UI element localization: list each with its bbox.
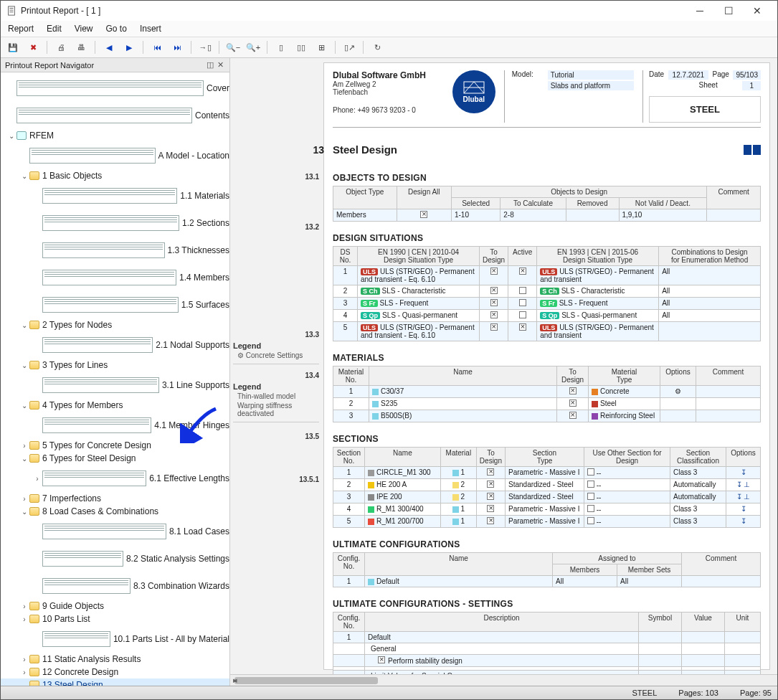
tree-node[interactable]: ›10 Parts List: [1, 612, 229, 625]
nav-last-icon[interactable]: ⏭: [169, 40, 185, 55]
tree-node[interactable]: ⌄RFEM: [1, 129, 229, 142]
menu-report[interactable]: Report: [8, 24, 34, 34]
tree-node[interactable]: ⌄3 Types for Lines: [1, 359, 229, 372]
chevron-right-icon[interactable]: ›: [19, 668, 29, 676]
tree-node[interactable]: 1.3 Thicknesses: [1, 237, 229, 264]
print-settings-icon[interactable]: 🖶: [73, 40, 89, 55]
tree-node[interactable]: A Model - Location: [1, 142, 229, 169]
tree-node[interactable]: ›7 Imperfections: [1, 492, 229, 505]
tree-label: Cover: [207, 83, 229, 93]
chevron-right-icon[interactable]: ›: [19, 495, 29, 503]
tree-node[interactable]: ⌄4 Types for Members: [1, 399, 229, 412]
legend-item: Warping stiffness deactivated: [237, 402, 319, 417]
section-num-13.4: 13.4: [233, 372, 319, 379]
tree-node[interactable]: ⌄6 Types for Steel Design: [1, 452, 229, 465]
maximize-button[interactable]: ☐: [714, 5, 743, 16]
tree-node[interactable]: 8.1 Load Cases: [1, 518, 229, 545]
horizontal-scrollbar[interactable]: ◂ ▸: [230, 674, 777, 686]
chevron-right-icon[interactable]: ›: [19, 442, 29, 450]
export-icon[interactable]: ▯↗: [341, 40, 357, 55]
zoom-out-icon[interactable]: 🔍−: [225, 40, 241, 55]
goto-page-icon[interactable]: →▯: [197, 40, 213, 55]
tree-node[interactable]: ›12 Concrete Design: [1, 666, 229, 678]
tree-node[interactable]: 4.1 Member Hinges: [1, 412, 229, 439]
refresh-icon[interactable]: ↻: [369, 40, 385, 55]
navigator-tree[interactable]: CoverContents⌄RFEMA Model - Location⌄1 B…: [1, 72, 229, 686]
nav-prev-icon[interactable]: ◀: [101, 40, 117, 55]
tree-node[interactable]: 1.2 Sections: [1, 209, 229, 237]
pin-icon[interactable]: ◫: [205, 60, 215, 70]
menu-view[interactable]: View: [75, 24, 93, 34]
ultimate-config-table: Config.No. Name Assigned to Comment Memb…: [333, 552, 761, 587]
tree-label: 8.3 Combination Wizards: [133, 581, 229, 591]
page-double-icon[interactable]: ▯▯: [293, 40, 309, 55]
tree-node[interactable]: 3.1 Line Supports: [1, 372, 229, 399]
tree-label: 6 Types for Steel Design: [42, 453, 136, 463]
tree-node[interactable]: ⌄8 Load Cases & Combinations: [1, 505, 229, 518]
tree-node[interactable]: 1.4 Members: [1, 264, 229, 291]
tree-node[interactable]: ›5 Types for Concrete Design: [1, 439, 229, 452]
tree-node[interactable]: 8.2 Static Analysis Settings: [1, 545, 229, 572]
scroll-right-icon[interactable]: ▸: [230, 676, 240, 685]
page-grid-icon[interactable]: ⊞: [313, 40, 329, 55]
chevron-down-icon[interactable]: ⌄: [19, 455, 29, 463]
tree-node[interactable]: ⌄2 Types for Nodes: [1, 318, 229, 331]
content-panel: 13.1 13.2 13.3 Legend ⚙ Concrete Setting…: [230, 58, 777, 686]
navigator-panel: Printout Report Navigator ◫ ✕ CoverConte…: [1, 58, 230, 686]
menu-insert[interactable]: Insert: [140, 24, 161, 34]
minimize-button[interactable]: ─: [686, 5, 714, 16]
section-title-ds: DESIGN SITUATIONS: [333, 233, 761, 243]
chevron-down-icon[interactable]: ⌄: [6, 132, 16, 140]
menu-goto[interactable]: Go to: [106, 24, 127, 34]
folder-icon: [29, 494, 39, 503]
print-icon[interactable]: 🖨: [53, 40, 69, 55]
tree-node[interactable]: 10.1 Parts List - All by Material: [1, 625, 229, 653]
tree-node[interactable]: ⌄1 Basic Objects: [1, 169, 229, 182]
tree-node[interactable]: Cover: [1, 75, 229, 102]
page-single-icon[interactable]: ▯: [273, 40, 289, 55]
nav-next-icon[interactable]: ▶: [121, 40, 137, 55]
tree-label: 2 Types for Nodes: [42, 320, 112, 330]
tree-node[interactable]: ⌄13 Steel Design: [1, 678, 229, 686]
zoom-in-icon[interactable]: 🔍+: [245, 40, 261, 55]
chevron-down-icon[interactable]: ⌄: [19, 321, 29, 329]
section-num-13.2: 13.2: [233, 223, 319, 231]
chevron-down-icon[interactable]: ⌄: [19, 172, 29, 180]
chevron-right-icon[interactable]: ›: [19, 656, 29, 663]
tree-label: 11 Static Analysis Results: [42, 654, 141, 664]
status-page: Page: 95: [740, 689, 772, 697]
close-panel-icon[interactable]: ✕: [215, 60, 225, 70]
close-button[interactable]: ✕: [743, 5, 772, 16]
tree-node[interactable]: ›11 Static Analysis Results: [1, 653, 229, 666]
page-icon: [42, 578, 131, 594]
section-title-objects: OBJECTS TO DESIGN: [333, 173, 761, 183]
objects-table: Object Type Design All Objects to Design…: [333, 186, 761, 222]
menu-edit[interactable]: Edit: [47, 24, 62, 34]
scroll-thumb[interactable]: [234, 677, 378, 684]
tree-node[interactable]: ›6.1 Effective Lengths: [1, 465, 229, 492]
delete-page-icon[interactable]: ✖: [25, 40, 41, 55]
nav-first-icon[interactable]: ⏮: [149, 40, 165, 55]
tree-node[interactable]: ›9 Guide Objects: [1, 600, 229, 612]
chevron-down-icon[interactable]: ⌄: [19, 361, 29, 369]
page-icon: [42, 270, 176, 285]
bridge-icon: [463, 81, 485, 94]
tree-node[interactable]: 8.3 Combination Wizards: [1, 572, 229, 600]
svg-rect-8: [744, 145, 751, 155]
chevron-down-icon[interactable]: ⌄: [19, 508, 29, 516]
page-icon: [42, 470, 146, 486]
save-icon[interactable]: 💾: [5, 40, 21, 55]
sections-table: SectionNo. Name Material ToDesign Sectio…: [333, 447, 761, 528]
tree-node[interactable]: 1.1 Materials: [1, 182, 229, 209]
sheet-value: 1: [742, 81, 761, 90]
chevron-right-icon[interactable]: ›: [32, 475, 42, 483]
tree-node[interactable]: 1.5 Surfaces: [1, 291, 229, 318]
chevron-right-icon[interactable]: ›: [19, 602, 29, 610]
page-icon: [16, 108, 192, 123]
tree-node[interactable]: 2.1 Nodal Supports: [1, 331, 229, 359]
tree-node[interactable]: Contents: [1, 102, 229, 129]
tree-label: 7 Imperfections: [42, 493, 101, 503]
chevron-down-icon[interactable]: ⌄: [19, 402, 29, 410]
chevron-right-icon[interactable]: ›: [19, 615, 29, 623]
tree-label: 1 Basic Objects: [42, 171, 102, 181]
